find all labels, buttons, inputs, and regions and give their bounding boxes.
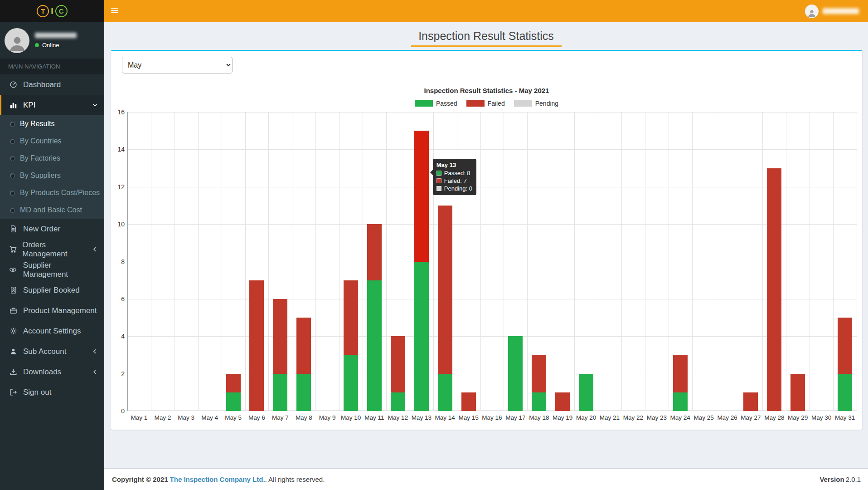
bar-segment-passed-may-12[interactable] xyxy=(391,392,405,411)
sidebar-item-sign-out[interactable]: Sign out xyxy=(0,382,104,402)
bar-segment-failed-may-8[interactable] xyxy=(296,318,311,374)
sidebar-item-supplier-booked[interactable]: Supplier Booked xyxy=(0,280,104,300)
bar-segment-passed-may-8[interactable] xyxy=(296,374,311,411)
app-logo[interactable]: T I C xyxy=(0,0,104,22)
bar-segment-passed-may-20[interactable] xyxy=(579,374,593,411)
x-axis-labels: May 1May 2May 3May 4May 5May 6May 7May 8… xyxy=(127,414,857,424)
bar-segment-failed-may-13[interactable] xyxy=(414,131,429,261)
gridline xyxy=(504,112,504,411)
bar-segment-failed-may-28[interactable] xyxy=(767,168,781,411)
sidebar-user-panel: Online xyxy=(0,22,104,59)
user-menu[interactable] xyxy=(799,0,865,22)
gridline xyxy=(127,336,857,337)
sidebar-item-sub-account[interactable]: Sub Account xyxy=(0,341,104,362)
bar-segment-passed-may-13[interactable] xyxy=(414,262,429,412)
sidebar-subitem-by-suppliers[interactable]: By Suppliers xyxy=(0,167,104,184)
legend-label: Passed xyxy=(436,100,457,107)
tooltip-row: Passed: 8 xyxy=(436,170,472,176)
bar-segment-failed-may-7[interactable] xyxy=(273,299,287,374)
legend-item-pending[interactable]: Pending xyxy=(514,100,558,107)
bar-segment-failed-may-31[interactable] xyxy=(838,318,852,374)
x-tick-label: May 24 xyxy=(669,414,692,421)
rights-text: . All rights reserved. xyxy=(265,475,325,483)
gridline xyxy=(762,112,763,411)
bar-segment-failed-may-6[interactable] xyxy=(249,280,264,411)
bar-segment-failed-may-14[interactable] xyxy=(438,206,452,374)
sidebar-subitem-by-factories[interactable]: By Factories xyxy=(0,150,104,167)
x-tick-label: May 13 xyxy=(410,414,433,421)
y-tick-label: 10 xyxy=(117,220,125,228)
x-tick-label: May 8 xyxy=(292,414,315,421)
gridline xyxy=(786,112,786,411)
sidebar-subitem-by-countries[interactable]: By Countries xyxy=(0,132,104,150)
chevron-left-icon xyxy=(92,369,98,375)
bar-segment-failed-may-18[interactable] xyxy=(532,355,546,392)
gridline xyxy=(127,149,857,150)
tooltip-row-label: Passed: 8 xyxy=(444,170,470,176)
company-link[interactable]: The Inspection Company Ltd. xyxy=(170,475,265,483)
bar-segment-passed-may-7[interactable] xyxy=(273,374,287,411)
bar-segment-passed-may-11[interactable] xyxy=(367,280,382,411)
user-name-redacted xyxy=(35,33,77,38)
legend-item-passed[interactable]: Passed xyxy=(415,100,457,107)
sidebar-subitem-md-and-basic-cost[interactable]: MD and Basic Cost xyxy=(0,201,104,219)
gridline xyxy=(127,187,857,187)
gridline xyxy=(222,112,222,411)
x-tick-label: May 21 xyxy=(598,414,621,421)
sidebar-toggle-button[interactable] xyxy=(104,0,125,22)
x-tick-label: May 19 xyxy=(551,414,574,421)
bar-segment-failed-may-29[interactable] xyxy=(790,374,805,411)
sidebar-item-orders-management[interactable]: Orders Management xyxy=(0,239,104,260)
chart-legend: PassedFailedPending xyxy=(111,100,862,107)
bar-segment-passed-may-31[interactable] xyxy=(838,374,852,411)
sidebar-item-kpi[interactable]: KPI xyxy=(0,95,104,115)
gridline xyxy=(457,112,457,411)
bar-segment-passed-may-10[interactable] xyxy=(344,355,358,411)
bar-segment-passed-may-14[interactable] xyxy=(438,374,452,411)
sidebar-subitem-by-results[interactable]: By Results xyxy=(0,115,104,132)
bar-segment-failed-may-15[interactable] xyxy=(461,392,476,411)
x-tick-label: May 15 xyxy=(457,414,480,421)
circle-icon xyxy=(10,208,15,213)
sidebar-item-label: Product Management xyxy=(23,306,97,315)
y-tick-label: 4 xyxy=(121,333,125,340)
bar-segment-failed-may-5[interactable] xyxy=(226,374,241,392)
tooltip-swatch xyxy=(436,178,441,183)
x-tick-label: May 26 xyxy=(716,414,739,421)
dashboard-icon xyxy=(8,81,18,88)
bar-segment-failed-may-10[interactable] xyxy=(344,280,358,355)
sidebar-item-account-settings[interactable]: Account Settings xyxy=(0,321,104,341)
x-tick-label: May 23 xyxy=(645,414,669,421)
gridline xyxy=(363,112,363,411)
chevron-left-icon xyxy=(92,246,98,252)
sidebar-item-product-management[interactable]: Product Management xyxy=(0,300,104,321)
sidebar-subitem-by-products-cost-pieces[interactable]: By Products Cost/Pieces xyxy=(0,184,104,201)
month-select[interactable]: May xyxy=(122,57,233,74)
bar-segment-passed-may-5[interactable] xyxy=(226,392,241,411)
x-tick-label: May 25 xyxy=(692,414,716,421)
bar-segment-passed-may-24[interactable] xyxy=(673,392,688,411)
bar-segment-failed-may-11[interactable] xyxy=(367,224,382,280)
legend-item-failed[interactable]: Failed xyxy=(466,100,505,107)
bar-segment-failed-may-27[interactable] xyxy=(743,392,758,411)
page-header: Inspection Result Statistics xyxy=(104,22,868,50)
bar-segment-failed-may-24[interactable] xyxy=(673,355,688,392)
bar-segment-passed-may-18[interactable] xyxy=(532,392,546,411)
sidebar-item-label: Orders Management xyxy=(22,240,87,259)
downloads-icon xyxy=(8,368,18,376)
sidebar-item-supplier-management[interactable]: Supplier Management xyxy=(0,260,104,280)
gridline xyxy=(386,112,387,411)
bar-segment-failed-may-12[interactable] xyxy=(391,336,405,392)
bar-segment-failed-may-19[interactable] xyxy=(555,392,570,411)
sidebar-item-dashboard[interactable]: Dashboard xyxy=(0,74,104,95)
legend-label: Pending xyxy=(535,100,558,107)
tooltip-swatch xyxy=(436,186,441,191)
bar-segment-passed-may-17[interactable] xyxy=(508,336,523,411)
new-order-icon xyxy=(8,225,18,233)
legend-swatch xyxy=(466,100,485,107)
user-avatar xyxy=(5,28,29,53)
kpi-icon xyxy=(8,101,18,109)
sidebar-item-new-order[interactable]: New Order xyxy=(0,219,104,239)
gridline xyxy=(551,112,551,411)
sidebar-item-downloads[interactable]: Downloads xyxy=(0,362,104,382)
